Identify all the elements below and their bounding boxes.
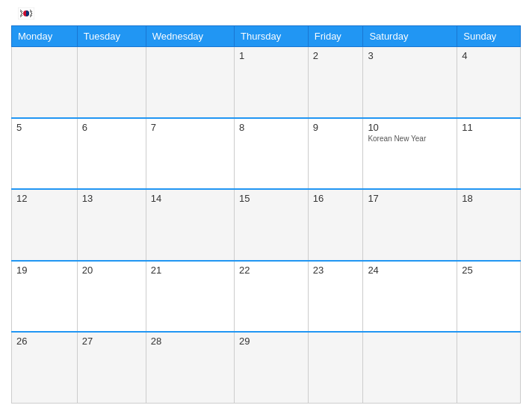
calendar-cell: 15 — [235, 189, 309, 260]
calendar-cell — [363, 332, 457, 403]
weekday-header-sunday: Sunday — [457, 26, 521, 47]
day-number: 8 — [239, 122, 303, 133]
week-row-5: 26272829 — [12, 332, 521, 403]
day-number: 9 — [313, 122, 359, 133]
day-number: 23 — [313, 265, 359, 276]
day-number: 26 — [16, 336, 72, 347]
week-row-3: 12131415161718 — [12, 189, 521, 260]
calendar-cell: 29 — [235, 332, 309, 403]
calendar-cell — [457, 332, 521, 403]
calendar-cell: 18 — [457, 189, 521, 260]
calendar-cell: 17 — [363, 189, 457, 260]
calendar-table: MondayTuesdayWednesdayThursdayFridaySatu… — [11, 25, 521, 404]
weekday-header-friday: Friday — [308, 26, 363, 47]
day-number: 19 — [16, 265, 72, 276]
calendar-cell: 28 — [146, 332, 234, 403]
calendar-cell: 26 — [12, 332, 78, 403]
calendar-cell: 16 — [308, 189, 363, 260]
weekday-header-thursday: Thursday — [235, 26, 309, 47]
calendar-header — [11, 7, 521, 19]
calendar-cell: 19 — [12, 261, 78, 332]
logo — [15, 7, 34, 19]
day-number: 27 — [82, 336, 141, 347]
logo-flag-icon — [18, 7, 34, 19]
calendar-cell: 21 — [146, 261, 234, 332]
calendar-cell: 2 — [308, 47, 363, 118]
day-number: 21 — [151, 265, 229, 276]
weekday-header-row: MondayTuesdayWednesdayThursdayFridaySatu… — [12, 26, 521, 47]
week-row-1: 1234 — [12, 47, 521, 118]
day-number: 24 — [368, 265, 452, 276]
calendar-cell: 3 — [363, 47, 457, 118]
calendar-cell: 14 — [146, 189, 234, 260]
calendar-cell: 24 — [363, 261, 457, 332]
calendar-cell: 10Korean New Year — [363, 118, 457, 189]
weekday-header-tuesday: Tuesday — [77, 26, 146, 47]
calendar-cell: 12 — [12, 189, 78, 260]
calendar-cell: 23 — [308, 261, 363, 332]
calendar-cell: 8 — [235, 118, 309, 189]
day-number: 7 — [151, 122, 229, 133]
calendar-cell: 13 — [77, 189, 146, 260]
calendar-cell — [77, 47, 146, 118]
calendar-cell: 9 — [308, 118, 363, 189]
day-number: 4 — [462, 50, 516, 61]
day-number: 16 — [313, 193, 359, 204]
day-number: 25 — [462, 265, 516, 276]
weekday-header-monday: Monday — [12, 26, 78, 47]
calendar-cell: 27 — [77, 332, 146, 403]
calendar-cell — [146, 47, 234, 118]
weekday-header-saturday: Saturday — [363, 26, 457, 47]
calendar-container: MondayTuesdayWednesdayThursdayFridaySatu… — [0, 0, 532, 411]
day-number: 11 — [462, 122, 516, 133]
day-number: 6 — [82, 122, 141, 133]
calendar-cell: 20 — [77, 261, 146, 332]
day-number: 15 — [239, 193, 303, 204]
calendar-cell: 5 — [12, 118, 78, 189]
day-number: 3 — [368, 50, 452, 61]
calendar-cell: 7 — [146, 118, 234, 189]
calendar-cell: 1 — [235, 47, 309, 118]
calendar-cell: 11 — [457, 118, 521, 189]
day-number: 29 — [239, 336, 303, 347]
calendar-cell — [12, 47, 78, 118]
calendar-cell: 4 — [457, 47, 521, 118]
day-number: 22 — [239, 265, 303, 276]
calendar-cell: 22 — [235, 261, 309, 332]
calendar-cell: 25 — [457, 261, 521, 332]
day-number: 1 — [239, 50, 303, 61]
weekday-header-wednesday: Wednesday — [146, 26, 234, 47]
day-number: 12 — [16, 193, 72, 204]
day-number: 2 — [313, 50, 359, 61]
day-number: 14 — [151, 193, 229, 204]
day-number: 13 — [82, 193, 141, 204]
event-label: Korean New Year — [368, 135, 452, 143]
calendar-cell — [308, 332, 363, 403]
week-row-2: 5678910Korean New Year11 — [12, 118, 521, 189]
day-number: 18 — [462, 193, 516, 204]
day-number: 5 — [16, 122, 72, 133]
calendar-cell: 6 — [77, 118, 146, 189]
day-number: 10 — [368, 122, 452, 133]
day-number: 28 — [151, 336, 229, 347]
day-number: 20 — [82, 265, 141, 276]
day-number: 17 — [368, 193, 452, 204]
week-row-4: 19202122232425 — [12, 261, 521, 332]
